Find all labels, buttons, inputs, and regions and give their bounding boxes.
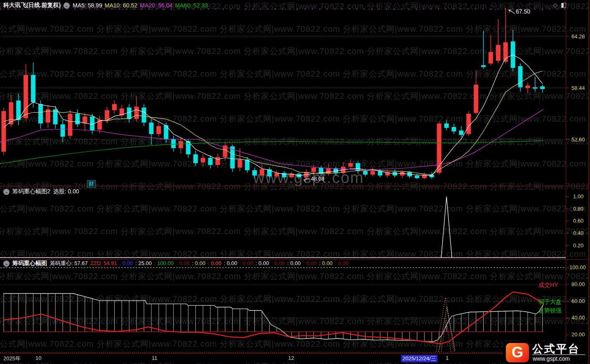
time-axis-label: 12 bbox=[288, 355, 294, 361]
cursor-date-label: 2025/12/24/三 bbox=[401, 355, 437, 362]
stock-title: 科大讯飞(日线.前复权) bbox=[3, 2, 61, 9]
ma-labels: MA5: 58.99MA10: 60.52MA20: 56.04MA60: 52… bbox=[73, 2, 210, 9]
ma-label: MA60: 52.33 bbox=[175, 2, 208, 9]
panel3-values: 筹码重心: 57.67ZZD: 54.91: 0.00: 25.00: 100.… bbox=[50, 260, 351, 267]
indicator-value: : 0.00 bbox=[287, 260, 301, 266]
indicator-value: : 0.00 bbox=[303, 260, 317, 266]
gspt-logo-icon: G bbox=[506, 343, 529, 362]
indicator-inchart-label: 成交HY bbox=[538, 282, 558, 289]
gspt-logo: G 公式平台 www.gspt.com bbox=[503, 341, 588, 364]
indicator-inchart-label: 弱于大盘 bbox=[538, 298, 562, 306]
indicator-value: ZZD: 54.91 bbox=[90, 260, 117, 266]
panel2-header: ⌄ 筹码重心幅图2 选股: 0.00 bbox=[3, 188, 79, 195]
axis-label: 0.60 bbox=[573, 218, 583, 224]
indicator-value: : 0.00 bbox=[208, 260, 221, 266]
indicator-value: : 25.00 bbox=[135, 260, 152, 266]
gspt-logo-name: 公式平台 bbox=[532, 343, 585, 354]
cai-signal-marker: 财 bbox=[87, 180, 96, 188]
axis-label: 0.20 bbox=[573, 242, 583, 249]
indicator-value: : 0.00 bbox=[256, 260, 269, 266]
indicator-value: : 0.00 bbox=[224, 260, 237, 266]
indicator-value: 筹码重心: 57.67 bbox=[50, 260, 88, 266]
indicator-inchart-label: 走势较强 bbox=[538, 307, 562, 315]
collapse-main-icon[interactable]: ⌄ bbox=[63, 2, 70, 9]
indicator-value: : 0.00 bbox=[319, 260, 333, 266]
axis-label: 52.60 bbox=[571, 136, 585, 143]
gspt-logo-url: www.gspt.com bbox=[533, 355, 585, 362]
axis-label: 64.28 bbox=[571, 33, 585, 40]
axis-label: 100.00 bbox=[569, 264, 586, 270]
low-annotation: 48.08 bbox=[311, 176, 324, 182]
ma-label: MA20: 56.04 bbox=[140, 2, 172, 9]
panel2-value: 选股: 0.00 bbox=[53, 188, 79, 195]
indicator-value: : 0.00 bbox=[176, 260, 190, 266]
axis-label: 40.00 bbox=[571, 315, 585, 321]
time-axis-label: 1 bbox=[446, 355, 449, 361]
split-window-icon[interactable]: ◧ bbox=[561, 1, 566, 9]
axis-label: 80.00 bbox=[571, 281, 585, 287]
axis-label: 0.40 bbox=[573, 230, 583, 236]
panel2-title: 筹码重心幅图2 bbox=[12, 188, 50, 195]
diamond-icon[interactable]: ◇ bbox=[553, 2, 557, 8]
indicator-value: : 0.00 bbox=[271, 260, 285, 266]
collapse-panel2-icon[interactable]: ⌄ bbox=[3, 189, 9, 195]
indicator-value: : 0.00 bbox=[335, 260, 348, 266]
time-axis-label: 10 bbox=[35, 355, 41, 361]
panel3-header: ⌄ 筹码重心幅图 筹码重心: 57.67ZZD: 54.91: 0.00: 25… bbox=[3, 260, 351, 267]
time-axis-label: 2025年 bbox=[3, 355, 21, 362]
stock-app-window: { "title_bar": { "stock_title": "科大讯飞(日线… bbox=[0, 0, 590, 364]
indicator-value: : 100.00 bbox=[154, 260, 174, 266]
panel3-title: 筹码重心幅图 bbox=[12, 260, 47, 267]
right-edge-strip bbox=[588, 0, 590, 364]
collapse-panel3-icon[interactable]: ⌄ bbox=[3, 261, 9, 267]
indicator-value: : 0.00 bbox=[120, 260, 133, 266]
axis-label: 60.00 bbox=[571, 298, 585, 304]
indicator-value: : 0.00 bbox=[240, 260, 253, 266]
axis-label: 1.00 bbox=[573, 193, 583, 200]
indicator-value: : 0.00 bbox=[192, 260, 206, 266]
high-annotation: 67.50 bbox=[516, 8, 530, 15]
ma-label: MA10: 60.52 bbox=[105, 2, 137, 9]
time-axis-label: 11 bbox=[152, 355, 157, 361]
logo-divider bbox=[532, 355, 585, 355]
ma-label: MA5: 58.99 bbox=[73, 2, 102, 9]
axis-label: 20.00 bbox=[571, 331, 585, 338]
axis-label: 58.44 bbox=[571, 85, 585, 91]
axis-label: 0.80 bbox=[573, 206, 583, 212]
title-bar: 科大讯飞(日线.前复权) ⌄ MA5: 58.99MA10: 60.52MA20… bbox=[3, 2, 210, 9]
